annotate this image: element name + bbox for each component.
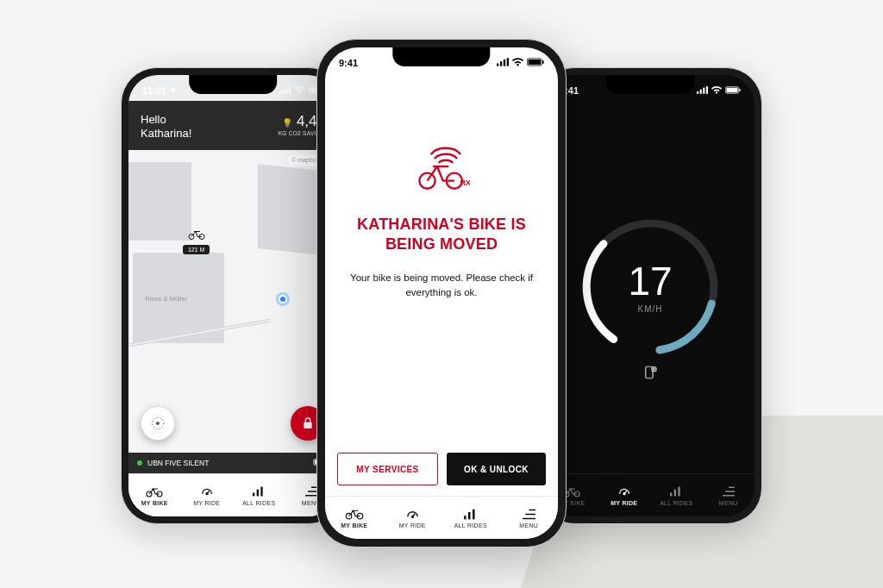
svg-rect-20: [697, 91, 698, 94]
menu-icon: [523, 507, 535, 521]
notch: [392, 47, 490, 66]
tab-bar: MY BIKE MY RIDE ALL RIDES MENU: [546, 473, 755, 516]
svg-rect-38: [679, 487, 680, 497]
bars-icon: [464, 507, 477, 521]
rx-label: RX: [460, 178, 470, 187]
map-poi-label: Riese & Müller: [145, 295, 187, 303]
menu-icon: [305, 485, 317, 498]
location-marker-icon[interactable]: [546, 365, 755, 384]
svg-rect-26: [739, 89, 740, 91]
tab-menu[interactable]: MENU: [500, 497, 559, 539]
svg-rect-23: [706, 86, 708, 94]
bike-icon: [146, 485, 163, 498]
map-building: [128, 162, 191, 241]
svg-rect-36: [670, 493, 672, 497]
alert-message: Your bike is being moved. Please check i…: [344, 271, 539, 299]
wifi-icon: [512, 58, 523, 68]
bike-icon: [345, 507, 364, 521]
alert-content: RX KATHARINA'S BIKE IS BEING MOVED Your …: [325, 77, 558, 453]
svg-rect-17: [253, 493, 254, 497]
greeting-line1: Hello: [141, 113, 191, 127]
tab-all-rides[interactable]: ALL RIDES: [650, 474, 703, 516]
svg-rect-2: [285, 88, 287, 94]
bike-location-pin[interactable]: 121 M: [183, 228, 210, 254]
signal-icon: [697, 85, 708, 96]
compass-button[interactable]: [141, 406, 175, 441]
bike-name: UBN FIVE SILENT: [147, 459, 209, 467]
phone-stage: 11:21 Hello Katharina!: [0, 0, 883, 588]
svg-rect-19: [261, 487, 263, 497]
phone-right-speedometer: 9:41 17 KM/H: [538, 67, 762, 524]
svg-rect-39: [497, 64, 498, 66]
gauge-icon: [405, 507, 420, 521]
tab-my-bike[interactable]: MY BIKE: [325, 497, 384, 539]
wifi-icon: [294, 85, 304, 96]
location-arrow-icon: [169, 85, 177, 96]
speedometer: 17 KM/H: [546, 101, 755, 473]
svg-point-10: [157, 422, 160, 425]
bike-distance-badge: 121 M: [183, 245, 210, 254]
speed-value: 17: [628, 261, 672, 301]
greeting-line2: Katharina!: [141, 127, 191, 141]
bars-icon: [253, 485, 265, 498]
svg-rect-25: [726, 88, 737, 93]
svg-rect-0: [279, 91, 281, 94]
user-location-dot: [279, 295, 287, 303]
tab-all-rides[interactable]: ALL RIDES: [233, 474, 285, 516]
ok-unlock-button[interactable]: OK & UNLOCK: [447, 453, 546, 485]
svg-rect-42: [507, 58, 509, 66]
status-time: 9:41: [339, 58, 358, 68]
tab-my-ride[interactable]: MY RIDE: [384, 497, 442, 539]
tab-menu[interactable]: MENU: [703, 474, 755, 516]
bike-status-bar[interactable]: UBN FIVE SILENT: [128, 453, 337, 473]
svg-rect-44: [529, 59, 542, 65]
svg-rect-45: [542, 60, 544, 64]
bike-icon: [183, 228, 210, 243]
bulb-icon: 💡: [282, 118, 292, 128]
tab-my-ride[interactable]: MY RIDE: [598, 474, 651, 516]
svg-rect-40: [500, 61, 502, 66]
battery-icon: [527, 58, 544, 68]
gauge-icon: [617, 485, 631, 498]
tab-bar: MY BIKE MY RIDE ALL RIDES MENU: [128, 473, 337, 516]
bike-signal-rx-icon: RX: [413, 142, 470, 196]
status-dot-icon: [137, 460, 142, 466]
alert-actions: MY SERVICES OK & UNLOCK: [325, 453, 558, 496]
signal-icon: [279, 85, 291, 96]
greeting-header: Hello Katharina! 💡 4,43 KG CO2 SAVING: [128, 101, 337, 150]
tab-all-rides[interactable]: ALL RIDES: [442, 497, 500, 539]
svg-rect-1: [283, 90, 285, 94]
svg-rect-3: [289, 86, 291, 94]
svg-point-32: [654, 369, 655, 371]
gauge-icon: [200, 485, 214, 498]
tab-my-bike[interactable]: MY BIKE: [128, 474, 181, 516]
wifi-icon: [711, 85, 722, 96]
menu-icon: [723, 485, 735, 498]
svg-rect-18: [257, 490, 259, 497]
speed-unit: KM/H: [638, 304, 663, 314]
svg-rect-21: [700, 90, 702, 94]
svg-rect-41: [504, 59, 505, 66]
bars-icon: [670, 485, 682, 498]
alert-title: KATHARINA'S BIKE IS BEING MOVED: [357, 215, 526, 253]
svg-point-46: [419, 173, 435, 189]
battery-icon: [725, 85, 741, 96]
status-time: 11:21: [142, 85, 166, 96]
svg-rect-53: [473, 509, 475, 519]
svg-rect-51: [464, 516, 467, 519]
svg-rect-52: [468, 512, 471, 519]
tab-bar: MY BIKE MY RIDE ALL RIDES MENU: [325, 496, 558, 539]
tab-my-ride[interactable]: MY RIDE: [181, 474, 234, 516]
svg-rect-22: [703, 88, 705, 94]
phone-left-my-bike: 11:21 Hello Katharina!: [121, 67, 345, 524]
map-view[interactable]: © mapbox ⓘ Riese & Müller 121 M: [128, 150, 337, 454]
notch: [606, 75, 694, 94]
my-services-button[interactable]: MY SERVICES: [337, 453, 438, 485]
notch: [189, 75, 277, 94]
svg-rect-37: [674, 490, 676, 497]
phone-center-alert: 9:41: [316, 39, 567, 547]
signal-icon: [497, 58, 509, 68]
